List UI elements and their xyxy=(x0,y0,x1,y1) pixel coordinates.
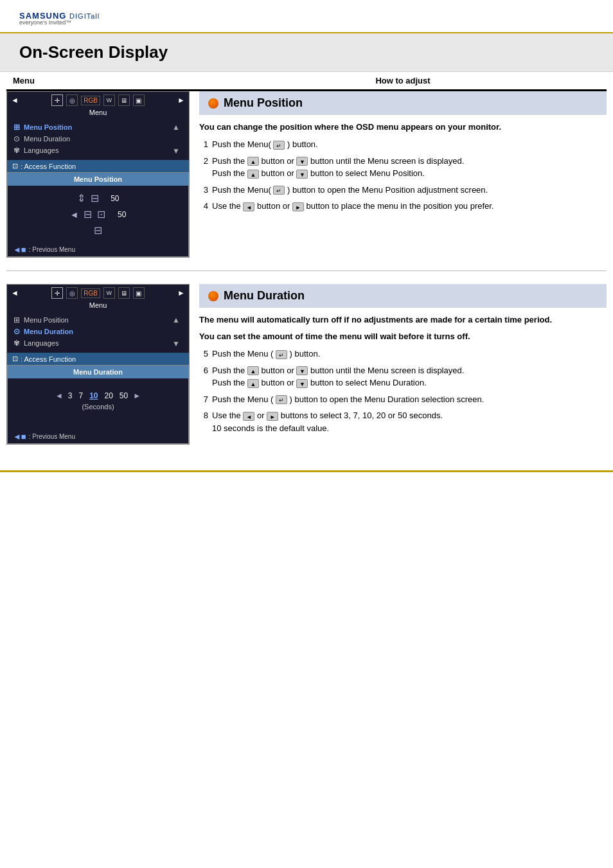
toolbar-icon-rgb-2: RGB xyxy=(81,288,100,298)
toolbar-arrow-right[interactable]: ► xyxy=(177,96,185,105)
samsung-logo: SAMSUNG DIGITall everyone's Invited™ xyxy=(19,12,594,26)
btn-up2: ▲ xyxy=(247,170,259,179)
desc-intro-2a: The menu will automatically turn off if … xyxy=(199,314,607,326)
duration-3: 3 xyxy=(68,391,73,400)
duration-row: ◄ 3 7 10 20 50 ► xyxy=(55,391,141,400)
toolbar-icons-2: ✛ ◎ RGB W 🖥 ▣ xyxy=(51,287,145,299)
scroll-up-arrow-1: ▲ xyxy=(172,123,180,132)
osd-sub-content-1: ⇕ ⊟ 50 ◄ ⊟ ⊡ 50 ⊟ xyxy=(8,186,188,243)
desc-steps-2: 5 Push the Menu ( ↵ ) button. 6 Push the… xyxy=(199,348,607,434)
osd-item-languages-1: ✾ Languages xyxy=(13,145,72,156)
column-headers: Menu How to adjust xyxy=(6,72,607,91)
duration-display: ◄ 3 7 10 20 50 ► (Seconds) xyxy=(14,385,182,417)
languages-icon-2: ✾ xyxy=(13,339,20,348)
section-dot-2 xyxy=(208,291,218,301)
section-title-text-1: Menu Position xyxy=(224,96,303,110)
section-title-bar-1: Menu Position xyxy=(199,91,607,115)
desc-intro-2b: You can set the amount of time the menu … xyxy=(199,331,607,342)
osd-item-duration-2: ⊙ Menu Duration xyxy=(13,326,73,337)
btn-dn-6a: ▼ xyxy=(296,366,308,375)
step-1-1: 1 Push the Menu( ↵ ) button. xyxy=(199,138,607,151)
step-2-5: 5 Push the Menu ( ↵ ) button. xyxy=(199,348,607,360)
btn-icon-menu2: ↵ xyxy=(273,186,285,195)
pos-value-50b: 50 xyxy=(111,210,126,219)
toolbar-arrow-left-2[interactable]: ◄ xyxy=(11,288,19,297)
col-howto-header: How to adjust xyxy=(206,76,600,85)
pos-icon-monitor: ⊟ xyxy=(84,208,92,220)
btn-up: ▲ xyxy=(247,157,259,166)
osd-prev-menu-2: ◄■ : Previous Menu xyxy=(8,430,188,443)
osd-item-position-1: ⊞ Menu Position xyxy=(13,121,72,133)
section-menu-position: ◄ ✛ ◎ RGB W 🖥 ▣ ► Menu xyxy=(6,91,607,258)
toolbar-arrow-right-2[interactable]: ► xyxy=(177,288,185,297)
pos-arrow-left: ◄ xyxy=(70,209,79,220)
toolbar-icons: ✛ ◎ RGB W 🖥 ▣ xyxy=(51,94,145,106)
logo-tagline: everyone's Invited™ xyxy=(19,20,594,26)
prev-icon-1: ◄■ xyxy=(13,245,26,254)
scroll-up-arrow-2: ▲ xyxy=(172,315,180,324)
scroll-down-arrow-2: ▼ xyxy=(172,339,180,348)
toolbar-arrow-left[interactable]: ◄ xyxy=(11,96,19,105)
btn-lr-8b: ► xyxy=(267,412,278,421)
header: SAMSUNG DIGITall everyone's Invited™ xyxy=(0,0,613,33)
btn-up-6a: ▲ xyxy=(247,366,259,375)
osd-sub-title-2: Menu Duration xyxy=(8,366,188,378)
section-title-bar-2: Menu Duration xyxy=(199,284,607,308)
title-bar: On-Screen Display xyxy=(0,33,613,72)
osd-panel-inner: ◄ ✛ ◎ RGB W 🖥 ▣ ► Menu xyxy=(6,91,190,258)
section-separator xyxy=(6,270,607,271)
step-2-7: 7 Push the Menu ( ↵ ) button to open the… xyxy=(199,393,607,406)
col-menu-header: Menu xyxy=(13,76,206,85)
osd-sub-panel-2: Menu Duration ◄ 3 7 10 20 50 ► xyxy=(7,365,189,444)
osd-item-position-2: ⊞ Menu Position xyxy=(13,314,73,326)
btn-lr1: ◄ xyxy=(243,202,254,211)
osd-panel-position: ◄ ✛ ◎ RGB W 🖥 ▣ ► Menu xyxy=(6,91,193,258)
toolbar-icon-brightness-2: ◎ xyxy=(66,287,78,299)
description-position: Menu Position You can change the positio… xyxy=(193,91,607,258)
page-wrapper: SAMSUNG DIGITall everyone's Invited™ On-… xyxy=(0,0,613,472)
toolbar-icon-rgb: RGB xyxy=(81,96,100,105)
btn-dn2: ▼ xyxy=(296,170,308,179)
duration-arrow-left: ◄ xyxy=(55,391,63,400)
pos-icon-target: ⊡ xyxy=(97,208,105,220)
osd-sub-content-2: ◄ 3 7 10 20 50 ► (Seconds) xyxy=(8,378,188,430)
toolbar-icon-box-2: ▣ xyxy=(133,287,145,299)
btn-menu-5: ↵ xyxy=(276,350,287,359)
pos-icon-h: ⇕ xyxy=(77,192,85,204)
prev-icon-2: ◄■ xyxy=(13,432,26,441)
access-icon-2: ⊡ xyxy=(12,355,18,363)
osd-sub-panel-1: Menu Position ⇕ ⊟ 50 ◄ ⊟ ⊡ xyxy=(7,172,189,257)
duration-icon-2: ⊙ xyxy=(13,327,20,336)
osd-item-languages-2: ✾ Languages xyxy=(13,337,73,349)
btn-up-6b: ▲ xyxy=(247,379,259,388)
pos-icon-bottom: ⊟ xyxy=(94,224,102,236)
page-title: On-Screen Display xyxy=(19,42,594,62)
step-2-8: 8 Use the ◄ or ► buttons to select 3, 7,… xyxy=(199,409,607,434)
pos-row-h: ⇕ ⊟ 50 xyxy=(14,192,182,204)
osd-toolbar-2: ◄ ✛ ◎ RGB W 🖥 ▣ ► xyxy=(7,285,189,301)
osd-menu-items-2: ⊞ Menu Position ⊙ Menu Duration ✾ Langua… xyxy=(7,312,189,353)
osd-item-duration-1: ⊙ Menu Duration xyxy=(13,133,72,145)
btn-dn-6b: ▼ xyxy=(296,379,308,388)
desc-steps-1: 1 Push the Menu( ↵ ) button. 2 Push the … xyxy=(199,138,607,213)
osd-menu-label-1: Menu xyxy=(7,109,189,119)
osd-menu-label-2: Menu xyxy=(7,301,189,312)
toolbar-icon-w-2: W xyxy=(103,287,115,299)
toolbar-icon-monitor: 🖥 xyxy=(118,94,130,106)
logo-samsung: SAMSUNG DIGITall xyxy=(19,12,594,20)
toolbar-icon-monitor-2: 🖥 xyxy=(118,287,130,299)
osd-prev-menu-1: ◄■ : Previous Menu xyxy=(8,243,188,256)
duration-unit: (Seconds) xyxy=(82,403,114,411)
osd-menu-items-1: ⊞ Menu Position ⊙ Menu Duration ✾ Langua… xyxy=(7,119,189,160)
scroll-down-arrow-1: ▼ xyxy=(172,146,180,155)
step-1-3: 3 Push the Menu( ↵ ) button to open the … xyxy=(199,184,607,197)
section-menu-duration: ◄ ✛ ◎ RGB W 🖥 ▣ ► Menu xyxy=(6,284,607,445)
duration-50: 50 xyxy=(120,391,128,400)
footer-border xyxy=(0,470,613,472)
duration-10: 10 xyxy=(89,391,98,400)
osd-access-bar-1: ⊡ : Access Function xyxy=(7,160,189,172)
btn-lr-8a: ◄ xyxy=(243,412,254,421)
toolbar-icon-brightness: ◎ xyxy=(66,94,78,106)
duration-icon-1: ⊙ xyxy=(13,134,20,143)
position-display: ⇕ ⊟ 50 ◄ ⊟ ⊡ 50 ⊟ xyxy=(14,192,182,236)
